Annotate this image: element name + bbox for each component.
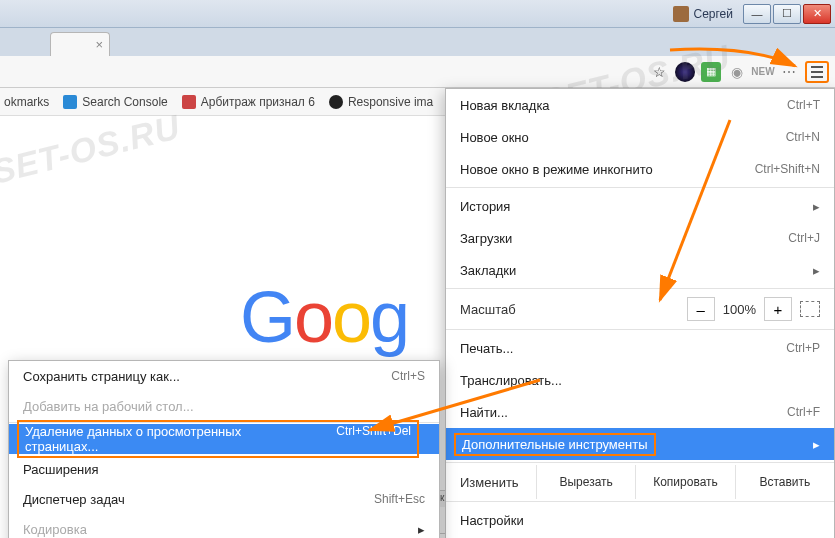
edit-copy[interactable]: Копировать — [635, 465, 734, 499]
bookmark-label: Search Console — [82, 95, 167, 109]
bookmark-item[interactable]: okmarks — [4, 95, 49, 109]
bookmark-label: Responsive ima — [348, 95, 433, 109]
menu-new-tab[interactable]: Новая вкладкаCtrl+T — [446, 89, 834, 121]
user-name: Сергей — [693, 7, 733, 21]
submenu-clear-browsing-data[interactable]: Удаление данных о просмотренных страница… — [9, 424, 439, 454]
submenu-save-page-as[interactable]: Сохранить страницу как...Ctrl+S — [9, 361, 439, 391]
tab-close-icon[interactable]: × — [95, 37, 103, 52]
bookmark-label: okmarks — [4, 95, 49, 109]
google-logo: Goog — [240, 276, 408, 358]
edit-paste[interactable]: Вставить — [735, 465, 834, 499]
window-titlebar: Сергей — ☐ ✕ — [0, 0, 835, 28]
bookmark-label: Арбитраж признал 6 — [201, 95, 315, 109]
submenu-arrow-icon: ▸ — [813, 263, 820, 278]
bookmark-item[interactable]: Responsive ima — [329, 95, 433, 109]
zoom-value: 100% — [723, 302, 756, 317]
menu-zoom-row: Масштаб – 100% + — [446, 291, 834, 327]
extension-icon[interactable]: NEW — [753, 62, 773, 82]
chrome-menu-button[interactable] — [805, 61, 829, 83]
extension-icon[interactable]: ▦ — [701, 62, 721, 82]
tab-strip: × — [0, 28, 835, 56]
edit-cut[interactable]: Вырезать — [536, 465, 635, 499]
menu-edit-row: Изменить Вырезать Копировать Вставить — [446, 465, 834, 499]
camera-icon[interactable]: ◉ — [727, 62, 747, 82]
submenu-arrow-icon: ▸ — [418, 522, 425, 537]
submenu-task-manager[interactable]: Диспетчер задачShift+Esc — [9, 484, 439, 514]
more-tools-submenu: Сохранить страницу как...Ctrl+S Добавить… — [8, 360, 440, 538]
submenu-extensions[interactable]: Расширения — [9, 454, 439, 484]
fullscreen-icon[interactable] — [800, 301, 820, 317]
user-badge: Сергей — [673, 6, 733, 22]
menu-more-tools[interactable]: Дополнительные инструменты▸ — [446, 428, 834, 460]
menu-history[interactable]: История▸ — [446, 190, 834, 222]
menu-cast[interactable]: Транслировать... — [446, 364, 834, 396]
menu-new-window[interactable]: Новое окноCtrl+N — [446, 121, 834, 153]
menu-find[interactable]: Найти...Ctrl+F — [446, 396, 834, 428]
close-button[interactable]: ✕ — [803, 4, 831, 24]
bookmark-favicon-icon — [63, 95, 77, 109]
menu-downloads[interactable]: ЗагрузкиCtrl+J — [446, 222, 834, 254]
bookmark-item[interactable]: Арбитраж признал 6 — [182, 95, 315, 109]
chrome-main-menu: Новая вкладкаCtrl+T Новое окноCtrl+N Нов… — [445, 88, 835, 538]
menu-print[interactable]: Печать...Ctrl+P — [446, 332, 834, 364]
toolbar-row: ☆ ▦ ◉ NEW ⋯ — [0, 56, 835, 88]
submenu-add-to-desktop[interactable]: Добавить на рабочий стол... — [9, 391, 439, 421]
maximize-button[interactable]: ☐ — [773, 4, 801, 24]
zoom-in-button[interactable]: + — [764, 297, 792, 321]
menu-incognito[interactable]: Новое окно в режиме инкогнитоCtrl+Shift+… — [446, 153, 834, 185]
submenu-arrow-icon: ▸ — [813, 437, 820, 452]
star-icon[interactable]: ☆ — [649, 62, 669, 82]
zoom-out-button[interactable]: – — [687, 297, 715, 321]
avatar-icon — [673, 6, 689, 22]
browser-tab[interactable]: × — [50, 32, 110, 56]
submenu-arrow-icon: ▸ — [813, 199, 820, 214]
menu-bookmarks[interactable]: Закладки▸ — [446, 254, 834, 286]
extension-icon[interactable]: ⋯ — [779, 62, 799, 82]
bookmark-item[interactable]: Search Console — [63, 95, 167, 109]
bookmark-favicon-icon — [182, 95, 196, 109]
bookmark-favicon-icon — [329, 95, 343, 109]
menu-settings[interactable]: Настройки — [446, 504, 834, 536]
minimize-button[interactable]: — — [743, 4, 771, 24]
extension-icon[interactable] — [675, 62, 695, 82]
submenu-encoding[interactable]: Кодировка▸ — [9, 514, 439, 538]
